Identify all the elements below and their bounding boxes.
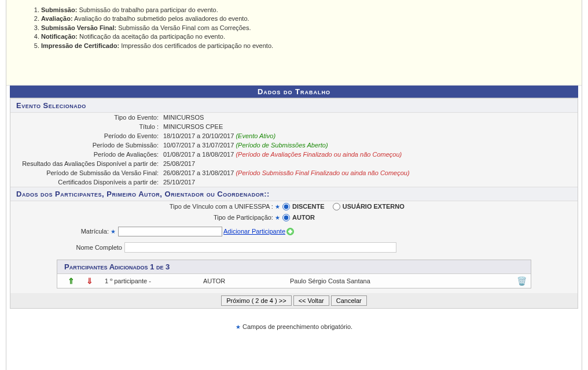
nome-input[interactable] <box>124 242 396 253</box>
instructions-box: Submissão: Submissão do trabalho para pa… <box>6 0 582 86</box>
back-button[interactable]: << Voltar <box>293 295 329 306</box>
move-down-icon[interactable]: ⇓ <box>80 276 99 286</box>
participant-index: 1 º participante - <box>99 278 203 284</box>
added-participants-header: Participantes Adicionados 1 de 3 <box>57 260 531 274</box>
label: Período de Submissão da Versão Final: <box>10 168 161 177</box>
label: Tipo de Vínculo com a UNIFESSPA : <box>170 203 273 210</box>
participants-section-header: Dados dos Participantes, Primeiro Autor,… <box>10 187 578 201</box>
value: MINICURSOS CPEE <box>161 122 578 131</box>
required-star: ★ <box>236 324 241 330</box>
move-up-icon[interactable]: ⇑ <box>62 276 80 286</box>
status-text: (Evento Ativo) <box>236 132 275 139</box>
label: Período do Evento: <box>10 131 161 140</box>
add-icon <box>286 228 294 235</box>
value: MINICURSOS <box>161 113 578 122</box>
label: Tipo do Evento: <box>10 113 161 122</box>
participant-role: AUTOR <box>203 278 290 284</box>
add-participant-link[interactable]: Adicionar Participante <box>222 228 294 235</box>
status-text: (Período de Submissões Aberto) <box>236 142 328 149</box>
value: 25/10/2017 <box>161 177 578 187</box>
value: 01/08/2017 a 18/08/2017 <box>163 151 234 158</box>
radio-label: USUÁRIO EXTERNO <box>343 203 405 210</box>
list-item: Impressão de Certificado: Impressão dos … <box>41 42 564 50</box>
value: 10/07/2017 a 31/07/2017 <box>163 142 234 149</box>
steps-list: Submissão: Submissão do trabalho para pa… <box>41 6 564 50</box>
label: Tipo de Participação: <box>214 214 273 221</box>
value: 18/10/2017 a 20/10/2017 <box>163 132 234 139</box>
next-button[interactable]: Próximo ( 2 de 4 ) >> <box>221 295 291 306</box>
status-text: (Período Submissão Final Finalizado ou a… <box>236 169 409 176</box>
required-star: ★ <box>275 214 280 221</box>
button-bar: Próximo ( 2 de 4 ) >> << Voltar Cancelar <box>10 293 578 308</box>
label: Certificados Disponíveis a partir de: <box>10 177 161 187</box>
value: 25/08/2017 <box>161 159 578 168</box>
label: Nome Completo <box>10 244 124 251</box>
list-item: Submissão: Submissão do trabalho para pa… <box>41 6 564 14</box>
radio-externo[interactable] <box>333 203 340 210</box>
label: Resultado das Avaliações Disponível a pa… <box>10 159 161 168</box>
label: Título : <box>10 122 161 131</box>
radio-label: AUTOR <box>292 214 315 221</box>
required-star: ★ <box>275 204 280 210</box>
radio-discente[interactable] <box>282 203 290 210</box>
label: Matrícula: <box>81 228 109 235</box>
label: Período de Avaliações: <box>10 150 161 159</box>
status-text: (Período de Avaliações Finalizado ou ain… <box>236 151 402 158</box>
footer-note: ★ Campos de preenchimento obrigatório. <box>10 323 578 330</box>
matricula-input[interactable] <box>118 227 222 236</box>
label: Período de Submissão: <box>10 140 161 150</box>
list-item: Submissão Versão Final: Submissão da Ver… <box>41 24 564 32</box>
page-title: Dados do Trabalho <box>10 86 578 98</box>
list-item: Avaliação: Avaliação do trabalho submeti… <box>41 14 564 23</box>
value: 26/08/2017 a 31/08/2017 <box>163 169 234 176</box>
list-item: Notificação: Notificação da aceitação da… <box>41 32 564 41</box>
evento-table: Tipo do Evento:MINICURSOS Título :MINICU… <box>10 113 578 187</box>
cancel-button[interactable]: Cancelar <box>331 295 367 306</box>
required-star: ★ <box>111 228 116 235</box>
radio-autor[interactable] <box>282 214 290 221</box>
table-row: ⇑ ⇓ 1 º participante - AUTOR Paulo Sérgi… <box>57 274 531 288</box>
evento-header: Evento Selecionado <box>10 98 578 113</box>
radio-label: DISCENTE <box>292 203 325 210</box>
trash-icon[interactable]: 🗑️ <box>517 276 526 286</box>
participant-name: Paulo Sérgio Costa Santana <box>290 278 517 284</box>
